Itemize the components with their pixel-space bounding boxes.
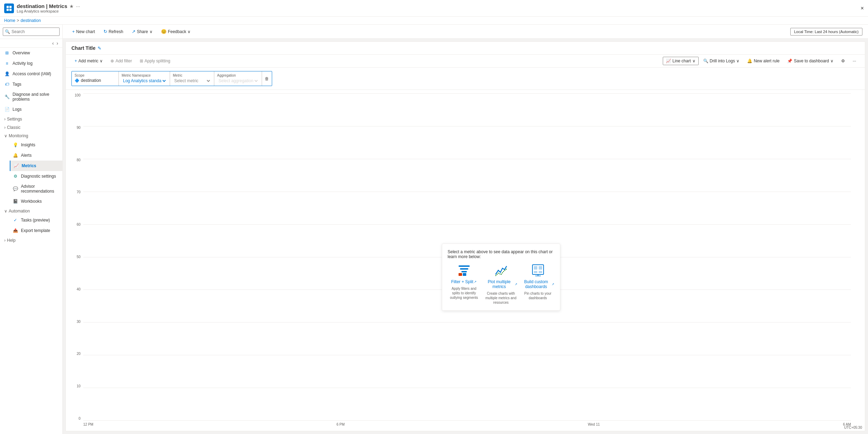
feedback-button[interactable]: 😊 Feedback ∨	[157, 27, 195, 36]
sidebar-item-tags[interactable]: 🏷 Tags	[0, 79, 62, 90]
sidebar-group-classic[interactable]: › Classic	[0, 123, 62, 131]
refresh-button[interactable]: ↻ Refresh	[100, 27, 127, 36]
sidebar-group-label: Monitoring	[9, 133, 28, 138]
sidebar-item-tasks[interactable]: ✓ Tasks (preview)	[10, 215, 62, 225]
sidebar-item-label: Access control (IAM)	[13, 71, 51, 76]
top-bar: destination | Metrics ★ ··· Log Analytic…	[0, 0, 868, 17]
sidebar-group-settings[interactable]: › Settings	[0, 115, 62, 123]
save-dashboard-button[interactable]: 📌 Save to dashboard ∨	[784, 57, 837, 65]
add-metric-button[interactable]: + Add metric ∨	[71, 57, 106, 65]
collapse-right-btn[interactable]: ›	[55, 40, 60, 47]
sidebar-group-help[interactable]: › Help	[0, 236, 62, 244]
new-alert-rule-button[interactable]: 🔔 New alert rule	[744, 57, 783, 65]
sidebar-item-insights[interactable]: 💡 Insights	[10, 140, 62, 150]
y-label-90: 90	[77, 126, 80, 130]
metric-delete-button[interactable]: 🗑	[262, 71, 272, 86]
sidebar-item-metrics[interactable]: 📈 Metrics	[10, 161, 62, 171]
chevron-right-icon: ›	[4, 238, 6, 243]
info-option-build-custom[interactable]: Build custom dashboards ↗ Pin charts to …	[522, 263, 554, 305]
svg-rect-10	[534, 266, 537, 270]
build-custom-icon-container	[531, 263, 545, 277]
refresh-icon: ↻	[103, 29, 107, 34]
aggregation-cell: Aggregation Select aggregation	[214, 71, 262, 86]
chart-title: Chart Title	[71, 45, 95, 51]
plot-multiple-svg	[494, 263, 508, 277]
chart-more-button[interactable]: ···	[850, 57, 859, 65]
info-card-title: Select a metric above to see data appear…	[448, 249, 554, 259]
sidebar-item-advisor-recommendations[interactable]: 💬 Advisor recommendations	[10, 181, 62, 196]
x-axis: 12 PM 6 PM Wed 11 6 AM	[83, 420, 851, 431]
drill-logs-label: Drill into Logs	[710, 59, 735, 63]
advisor-recommendations-icon: 💬	[13, 186, 18, 192]
namespace-label: Metric Namespace	[122, 73, 167, 77]
chevron-right-icon: ›	[4, 125, 6, 130]
sidebar-item-diagnostic-settings[interactable]: ⚙ Diagnostic settings	[10, 171, 62, 181]
svg-rect-1	[9, 6, 11, 8]
time-range-button[interactable]: Local Time: Last 24 hours (Automatic)	[790, 28, 862, 36]
svg-rect-8	[463, 273, 466, 276]
svg-rect-11	[539, 266, 542, 270]
y-label-30: 30	[77, 320, 80, 324]
save-dashboard-label: Save to dashboard	[794, 59, 829, 63]
sidebar-item-activity-log[interactable]: ≡ Activity log	[0, 58, 62, 69]
apply-splitting-button[interactable]: ⊞ Apply splitting	[137, 57, 174, 65]
breadcrumb-current[interactable]: destination	[21, 18, 41, 23]
sidebar-item-label: Workbooks	[21, 199, 42, 204]
aggregation-select[interactable]: Select aggregation	[217, 78, 259, 84]
close-button[interactable]: ×	[861, 5, 864, 11]
sidebar-item-logs[interactable]: 📄 Logs	[0, 104, 62, 115]
sidebar-item-access-control[interactable]: 👤 Access control (IAM)	[0, 69, 62, 79]
chevron-down-icon: ∨	[4, 133, 7, 138]
sidebar-item-overview[interactable]: ⊞ Overview	[0, 48, 62, 58]
sidebar-item-label: Activity log	[13, 61, 32, 66]
apply-splitting-icon: ⊞	[140, 59, 143, 63]
grid-line-60	[83, 224, 851, 225]
share-label: Share	[137, 29, 148, 34]
search-input[interactable]	[3, 28, 60, 36]
namespace-select[interactable]: Log Analytics standa...	[122, 78, 167, 84]
plot-multiple-desc: Create charts with multiple metrics and …	[485, 291, 517, 305]
chart-settings-button[interactable]: ⚙	[838, 57, 848, 65]
new-chart-button[interactable]: + New chart	[68, 27, 99, 36]
more-options-icon[interactable]: ···	[76, 3, 80, 9]
sidebar-group-monitoring[interactable]: ∨ Monitoring	[0, 131, 62, 140]
svg-rect-16	[535, 275, 541, 277]
add-filter-button[interactable]: ⊕ Add filter	[107, 57, 135, 65]
share-chevron-icon: ∨	[149, 29, 153, 34]
scope-input[interactable]	[81, 78, 116, 83]
chart-toolbar: + Add metric ∨ ⊕ Add filter ⊞ Apply spli…	[66, 55, 865, 68]
grid-line-100	[83, 93, 851, 94]
share-button[interactable]: ↗ Share ∨	[128, 27, 156, 36]
toolbar-right: Local Time: Last 24 hours (Automatic)	[790, 28, 862, 36]
sidebar-item-alerts[interactable]: 🔔 Alerts	[10, 150, 62, 161]
collapse-left-btn[interactable]: ‹	[51, 40, 55, 47]
grid-line-70	[83, 192, 851, 192]
sidebar-group-label: Settings	[7, 117, 22, 122]
sidebar-item-diagnose[interactable]: 🔧 Diagnose and solve problems	[0, 90, 62, 104]
plot-multiple-title-text: Plot multiple metrics	[485, 279, 514, 289]
save-dashboard-chevron-icon: ∨	[830, 59, 834, 63]
sidebar-item-label: Metrics	[22, 163, 36, 168]
sidebar-item-label: Insights	[21, 142, 35, 147]
main-layout: 🔍 ‹ › ⊞ Overview ≡ Activity log 👤 Access…	[0, 25, 868, 434]
favorite-icon[interactable]: ★	[69, 3, 74, 9]
svg-rect-0	[7, 6, 9, 8]
edit-title-icon[interactable]: ✎	[98, 46, 101, 51]
metric-select[interactable]: Select metric	[173, 78, 211, 84]
grid-line-10	[83, 388, 851, 388]
drill-logs-button[interactable]: 🔍 Drill into Logs ∨	[700, 57, 743, 65]
feedback-icon: 😊	[161, 29, 167, 34]
tasks-icon: ✓	[13, 217, 18, 223]
sidebar-group-automation[interactable]: ∨ Automation	[0, 207, 62, 215]
sidebar-item-label: Diagnose and solve problems	[13, 92, 58, 102]
info-option-filter-split[interactable]: Filter + Split ↗ Apply filters and split…	[448, 263, 481, 305]
new-alert-rule-icon: 🔔	[747, 59, 752, 63]
chevron-right-icon: ›	[4, 117, 6, 122]
title-group: destination | Metrics ★ ··· Log Analytic…	[17, 3, 80, 13]
info-option-plot-multiple[interactable]: Plot multiple metrics ↗ Create charts wi…	[485, 263, 517, 305]
line-chart-button[interactable]: 📈 Line chart ∨	[663, 57, 699, 65]
sidebar-item-workbooks[interactable]: 📓 Workbooks	[10, 196, 62, 207]
chart-toolbar-right: 📈 Line chart ∨ 🔍 Drill into Logs ∨ 🔔 New…	[663, 57, 859, 65]
breadcrumb-home[interactable]: Home	[4, 18, 15, 23]
sidebar-item-export-template[interactable]: 📤 Export template	[10, 225, 62, 236]
